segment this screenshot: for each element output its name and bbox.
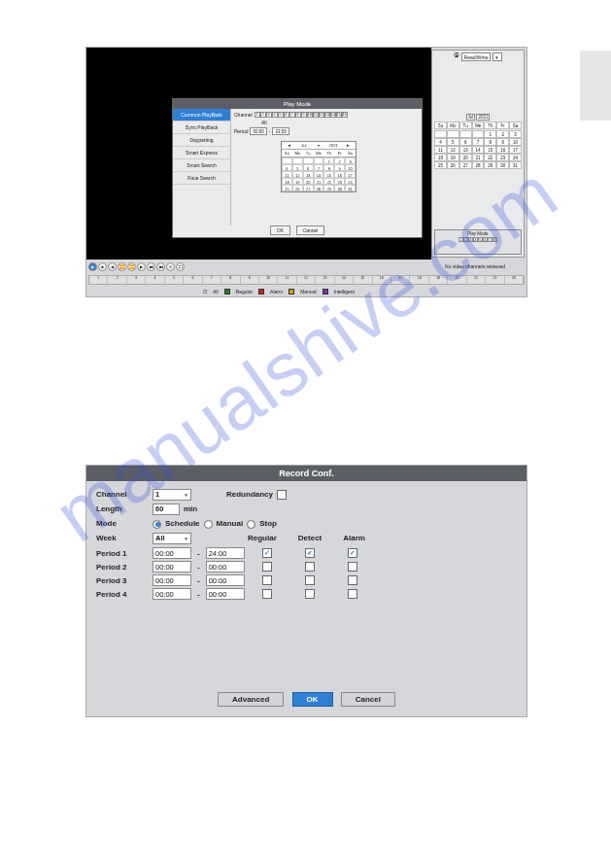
channel-grid[interactable]: 12345678910111213141516: [255, 112, 348, 118]
period-dash: -: [269, 128, 271, 134]
rp-pm-title: Play Mode: [436, 231, 520, 236]
mode-label: Mode: [96, 518, 149, 530]
cancel-button[interactable]: Cancel: [341, 692, 395, 707]
rp-calendar[interactable]: 123 45678910 11121314151617 181920212223…: [434, 130, 522, 169]
p3-regular-ck[interactable]: [262, 575, 272, 585]
channel-select[interactable]: 1: [153, 489, 191, 501]
ok-button[interactable]: OK: [292, 692, 333, 707]
week-select[interactable]: All: [153, 533, 191, 544]
read-write-dd[interactable]: ▾: [492, 52, 502, 61]
read-write-select[interactable]: Read/Write: [461, 52, 492, 61]
dialog-cancel-button[interactable]: Cancel: [296, 226, 325, 235]
rp-pm-channels[interactable]: 12345678: [436, 237, 520, 242]
dialog-ok-button[interactable]: OK: [270, 226, 290, 235]
stop-label: Stop: [259, 518, 277, 530]
fwd-button[interactable]: ⏩: [127, 262, 136, 271]
nav-common-playback[interactable]: Common PlayBack: [173, 109, 230, 122]
rp-year[interactable]: 2021: [476, 114, 490, 121]
p2-start[interactable]: 00:00: [153, 561, 191, 573]
channel-label: Channel: [234, 112, 253, 118]
transport-bar: ▶ ■ ◀ ⏪ ⏩ ▶ ⏮ ⏭ ↻ ⛶: [88, 262, 429, 271]
p4-regular-ck[interactable]: [262, 589, 272, 599]
p1-end[interactable]: 24:00: [206, 547, 245, 559]
p4-alarm-ck[interactable]: [348, 589, 357, 599]
period3-label: Period 3: [96, 576, 149, 585]
dialog-calendar[interactable]: ◄Jul▾2021► SuMoTuWeThFrSa 123 45678910 1…: [281, 141, 356, 192]
nav-smart-express[interactable]: Smart Express: [173, 147, 230, 159]
p3-detect-ck[interactable]: [305, 575, 315, 585]
mode-manual-radio[interactable]: [204, 520, 213, 529]
p1-start[interactable]: 00:00: [153, 547, 191, 559]
redundancy-checkbox[interactable]: [277, 490, 287, 500]
p4-start[interactable]: 00:00: [153, 588, 191, 600]
min-label: min: [184, 503, 197, 515]
p1-detect-ck[interactable]: ✓: [305, 548, 315, 558]
alarm-label: Alarm: [343, 533, 365, 544]
record-conf-title: Record Conf.: [86, 466, 526, 481]
length-label: Length: [96, 503, 149, 515]
p3-end[interactable]: 00:00: [206, 574, 245, 586]
timeline[interactable]: 1234567891011121314151617181920212223: [88, 275, 525, 285]
nav-sync-playback[interactable]: Sync PlayBack: [173, 122, 230, 134]
p1-regular-ck[interactable]: ✓: [262, 548, 272, 558]
legend: ☑All Regular Alarm Manual Intelligent: [203, 287, 468, 296]
all-label[interactable]: All: [261, 120, 267, 125]
p3-start[interactable]: 00:00: [153, 574, 191, 586]
stop-button[interactable]: ■: [98, 262, 107, 271]
regular-label: Regular: [248, 533, 277, 544]
nav-smart-search[interactable]: Smart Search: [173, 159, 230, 172]
playback-right-panel: ⦿ Read/Write ▾ Jul 2021 SuMoTuWeThFrSa 1…: [431, 50, 525, 258]
period4-label: Period 4: [96, 590, 149, 599]
schedule-label: Schedule: [165, 518, 200, 530]
period-end[interactable]: 23:59: [272, 127, 289, 135]
dialog-title: Play Mode: [173, 99, 422, 109]
redundancy-label: Redundancy: [226, 489, 273, 501]
detect-label: Detect: [298, 533, 322, 544]
period2-label: Period 2: [96, 563, 149, 572]
next-button[interactable]: ▶: [137, 262, 146, 271]
play-mode-screenshot: ⦿ Read/Write ▾ Jul 2021 SuMoTuWeThFrSa 1…: [85, 47, 527, 297]
p1-alarm-ck[interactable]: ✓: [348, 548, 357, 558]
p4-detect-ck[interactable]: [305, 589, 315, 599]
p2-regular-ck[interactable]: [262, 562, 272, 572]
p2-end[interactable]: 00:00: [206, 561, 245, 573]
period-start[interactable]: 00:00: [250, 127, 266, 135]
loop-button[interactable]: ↻: [166, 262, 175, 271]
p3-alarm-ck[interactable]: [348, 575, 357, 585]
mode-schedule-radio[interactable]: [153, 520, 161, 529]
fullscreen-button[interactable]: ⛶: [176, 262, 185, 271]
channel-label: Channel: [96, 489, 149, 501]
play-mode-dialog: Play Mode Common PlayBack Sync PlayBack …: [172, 98, 423, 238]
period-label: Period: [234, 128, 248, 134]
skip-fwd-button[interactable]: ⏭: [156, 262, 165, 271]
rew-button[interactable]: ⏪: [118, 262, 126, 271]
rp-month[interactable]: Jul: [466, 114, 476, 121]
nav-dayparting[interactable]: Dayparting: [173, 134, 230, 147]
prev-button[interactable]: ◀: [108, 262, 117, 271]
skip-back-button[interactable]: ⏮: [147, 262, 155, 271]
status-text: No video channels retrieved: [445, 263, 505, 269]
p2-alarm-ck[interactable]: [348, 562, 357, 572]
manual-label: Manual: [217, 518, 244, 530]
length-input[interactable]: 60: [153, 503, 180, 515]
mode-stop-radio[interactable]: [247, 520, 255, 529]
week-label: Week: [96, 533, 149, 544]
advanced-button[interactable]: Advanced: [218, 692, 284, 707]
record-conf-screenshot: Record Conf. Channel 1 Redundancy Length…: [85, 465, 527, 717]
dialog-nav: Common PlayBack Sync PlayBack Dayparting…: [173, 109, 231, 226]
p2-detect-ck[interactable]: [305, 562, 315, 572]
p4-end[interactable]: 00:00: [206, 588, 245, 600]
nav-face-search[interactable]: Face Search: [173, 172, 230, 185]
rp-weekday-row: SuMoTuWeThFrSa: [434, 122, 522, 129]
period1-label: Period 1: [96, 549, 149, 558]
play-button[interactable]: ▶: [88, 262, 97, 271]
disk-icon: ⦿: [454, 52, 459, 61]
